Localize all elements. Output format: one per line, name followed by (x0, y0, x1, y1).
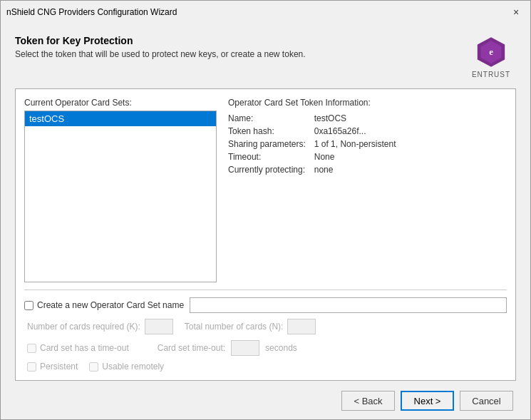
svg-text:e: e (489, 47, 493, 57)
info-title: Operator Card Set Token Information: (228, 98, 507, 108)
create-ocs-checkbox[interactable] (24, 301, 33, 310)
main-window: nShield CNG Providers Configuration Wiza… (0, 0, 531, 420)
ocs-name-input[interactable] (190, 297, 507, 313)
window-title: nShield CNG Providers Configuration Wiza… (6, 7, 507, 17)
field-hash-value: 0xa165a26f... (314, 126, 507, 136)
left-section: Current Operator Card Sets: testOCS (24, 98, 217, 282)
create-row: Create a new Operator Card Set name (24, 297, 507, 313)
title-bar: nShield CNG Providers Configuration Wiza… (1, 1, 530, 24)
header-area: Token for Key Protection Select the toke… (15, 35, 516, 78)
usable-remotely-checkbox-label[interactable]: Usable remotely (89, 362, 164, 372)
right-section: Operator Card Set Token Information: Nam… (228, 98, 507, 282)
field-sharing-value: 1 of 1, Non-persistent (314, 139, 507, 149)
timeout-checkbox-text: Card set has a time-out (40, 343, 129, 353)
back-button[interactable]: < Back (341, 391, 395, 411)
kn-row: Number of cards required (K): Total numb… (24, 319, 507, 334)
persistent-label: Persistent (40, 362, 78, 372)
seconds-label: seconds (265, 343, 297, 353)
timeout-field-label: Card set time-out: (158, 343, 225, 353)
field-name-key: Name: (228, 113, 306, 123)
field-timeout-value: None (314, 152, 507, 162)
timeout-checkbox-label[interactable]: Card set has a time-out (27, 343, 129, 353)
timeout-row: Card set has a time-out Card set time-ou… (24, 340, 507, 356)
header-title: Token for Key Protection (15, 35, 466, 46)
k-field-group: Number of cards required (K): (27, 319, 173, 334)
create-ocs-checkbox-label[interactable]: Create a new Operator Card Set name (24, 300, 184, 310)
timeout-input (231, 340, 259, 356)
panel-bottom: Create a new Operator Card Set name Numb… (24, 297, 507, 372)
logo-label: ENTRUST (472, 71, 510, 78)
field-hash-key: Token hash: (228, 126, 306, 136)
entrust-logo: e (474, 35, 508, 69)
field-protecting-key: Currently protecting: (228, 165, 306, 175)
usable-remotely-label: Usable remotely (102, 362, 164, 372)
header-subtitle: Select the token that will be used to pr… (15, 49, 466, 59)
field-protecting-value: none (314, 165, 507, 175)
listbox-label: Current Operator Card Sets: (24, 98, 217, 108)
info-grid: Name: testOCS Token hash: 0xa165a26f... … (228, 113, 507, 175)
field-timeout-key: Timeout: (228, 152, 306, 162)
logo-area: e ENTRUST (466, 35, 516, 78)
persistent-checkbox[interactable] (27, 362, 36, 372)
field-name-value: testOCS (314, 113, 507, 123)
divider (24, 290, 507, 290)
persistent-row: Persistent Usable remotely (24, 362, 507, 372)
close-button[interactable]: × (507, 4, 525, 21)
content-area: Token for Key Protection Select the toke… (1, 24, 530, 419)
header-text: Token for Key Protection Select the toke… (15, 35, 466, 59)
panel-top: Current Operator Card Sets: testOCS Oper… (24, 98, 507, 282)
create-ocs-label: Create a new Operator Card Set name (37, 300, 184, 310)
next-button[interactable]: Next > (401, 391, 454, 411)
persistent-checkbox-label[interactable]: Persistent (27, 362, 78, 372)
field-sharing-key: Sharing parameters: (228, 139, 306, 149)
ocs-listbox[interactable]: testOCS (24, 111, 217, 282)
k-input (145, 319, 173, 334)
list-item[interactable]: testOCS (25, 111, 216, 126)
k-label: Number of cards required (K): (27, 322, 140, 332)
timeout-checkbox[interactable] (27, 344, 36, 353)
main-panel: Current Operator Card Sets: testOCS Oper… (15, 88, 516, 381)
n-field-group: Total number of cards (N): (185, 319, 316, 334)
usable-remotely-checkbox[interactable] (89, 362, 98, 372)
footer: < Back Next > Cancel (15, 381, 516, 411)
n-input (287, 319, 316, 334)
cancel-button[interactable]: Cancel (460, 391, 513, 411)
n-label: Total number of cards (N): (185, 322, 284, 332)
